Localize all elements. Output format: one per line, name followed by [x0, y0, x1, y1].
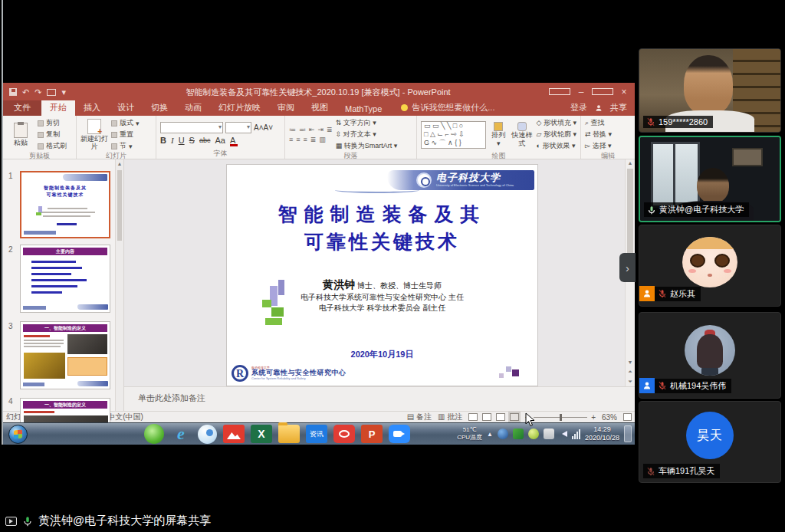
red-app-icon[interactable]: [333, 425, 355, 443]
browser-360-icon[interactable]: [144, 424, 164, 444]
cut-button[interactable]: 剪切: [38, 118, 67, 128]
slide-canvas[interactable]: 电子科技大学 University of Electronic Science …: [227, 165, 537, 386]
participant-video-1[interactable]: 159*****2860: [639, 48, 781, 133]
shape-fill-button[interactable]: ◇ 形状填充 ▾: [537, 118, 576, 128]
tab-design[interactable]: 设计: [109, 100, 143, 116]
scrollbar-thumb[interactable]: [117, 170, 122, 241]
tab-review[interactable]: 审阅: [269, 100, 303, 116]
volume-icon[interactable]: [559, 431, 567, 437]
find-button[interactable]: ⌕ 查找: [585, 118, 612, 128]
zoom-slider[interactable]: − +: [525, 413, 596, 422]
start-button[interactable]: [8, 425, 28, 444]
slideshow-icon[interactable]: [47, 89, 56, 96]
tray-icon-1[interactable]: [498, 429, 508, 439]
thumbnail-scrollbar[interactable]: ▲: [115, 159, 123, 411]
normal-view-button[interactable]: [468, 413, 478, 421]
tray-notes-icon[interactable]: [544, 429, 554, 439]
show-desktop-button[interactable]: [624, 425, 632, 442]
slide-sorter-view-button[interactable]: [482, 413, 491, 421]
convert-smartart-button[interactable]: ▦ 转换为SmartArt ▾: [336, 141, 398, 151]
internet-explorer-icon[interactable]: e: [170, 425, 192, 443]
scroll-down-arrow[interactable]: ▼: [628, 360, 633, 365]
sign-in-button[interactable]: 登录: [570, 102, 587, 113]
strikethrough-button[interactable]: S: [189, 136, 195, 145]
powerpoint-taskbar-icon[interactable]: P: [361, 425, 383, 443]
tray-icon-3[interactable]: [528, 429, 539, 439]
arrange-button[interactable]: 排列▾: [489, 122, 507, 147]
participant-video-3[interactable]: 赵乐其: [639, 225, 781, 307]
language-indicator[interactable]: 中文(中国): [107, 412, 143, 422]
replace-button[interactable]: ⇄ 替换 ▾: [585, 130, 612, 140]
slideshow-view-button[interactable]: [510, 413, 519, 421]
new-slide-button[interactable]: 新建幻灯片: [80, 119, 108, 151]
restore-icon[interactable]: [592, 83, 613, 101]
participant-video-2-active-speaker[interactable]: 黄洪钟@电子科技大学: [639, 136, 781, 222]
browser-moon-icon[interactable]: [198, 425, 217, 444]
minimize-icon[interactable]: –: [570, 83, 592, 101]
font-name-combobox[interactable]: [160, 122, 223, 133]
font-size-combobox[interactable]: [225, 122, 251, 133]
zoom-knob[interactable]: [560, 414, 562, 421]
tray-expand-icon[interactable]: ▲: [487, 431, 493, 438]
fit-slide-to-window-button[interactable]: [623, 413, 632, 421]
tab-insert[interactable]: 插入: [75, 100, 109, 116]
format-painter-button[interactable]: 格式刷: [38, 141, 67, 151]
previous-slide-button[interactable]: ⏶: [628, 369, 632, 375]
redo-icon[interactable]: ↷: [34, 88, 41, 97]
image-viewer-icon[interactable]: [223, 425, 245, 443]
participant-video-5[interactable]: 昊天 车辆191孔昊天: [639, 401, 781, 483]
zoom-in-icon[interactable]: +: [591, 413, 596, 422]
clear-formatting-button[interactable]: abc: [199, 136, 211, 144]
next-slide-button[interactable]: ⏷: [628, 379, 632, 385]
list-indent-icons[interactable]: ≔≕⇤⇥≣: [289, 126, 333, 133]
notes-toggle-button[interactable]: ▤ 备注: [407, 412, 432, 422]
taskbar-clock[interactable]: 14:29 2020/10/28: [585, 425, 619, 443]
copy-button[interactable]: 复制: [38, 130, 67, 140]
tab-transitions[interactable]: 切换: [143, 100, 176, 116]
shape-effects-button[interactable]: ◐ 形状效果 ▾: [537, 141, 576, 151]
section-button[interactable]: 节 ▾: [111, 141, 140, 151]
sidebar-collapse-handle[interactable]: ›: [619, 253, 636, 282]
zoom-percentage[interactable]: 63%: [602, 413, 617, 422]
italic-button[interactable]: I: [171, 136, 174, 145]
quick-styles-button[interactable]: 快速样式: [511, 122, 533, 147]
undo-icon[interactable]: ↶: [22, 88, 29, 97]
scroll-up-arrow[interactable]: ▲: [626, 160, 635, 166]
save-icon[interactable]: [9, 88, 17, 96]
bold-button[interactable]: B: [160, 136, 166, 145]
tab-home[interactable]: 开始: [41, 100, 75, 116]
close-icon[interactable]: ×: [613, 83, 635, 101]
underline-button[interactable]: U: [179, 136, 185, 145]
notes-pane[interactable]: 单击此处添加备注: [124, 386, 635, 411]
font-color-button[interactable]: A: [230, 136, 235, 145]
file-explorer-icon[interactable]: [278, 425, 300, 443]
slide-thumbnail-3[interactable]: 一、智能制造的定义: [20, 321, 110, 389]
participant-video-4[interactable]: 机械194吴伟伟: [639, 312, 781, 399]
qat-customize-icon[interactable]: ▾: [61, 88, 66, 97]
tab-slideshow[interactable]: 幻灯片放映: [210, 100, 269, 116]
scroll-up-arrow[interactable]: ▲: [116, 159, 123, 168]
align-text-button[interactable]: ⇳ 对齐文本 ▾: [336, 130, 398, 140]
reading-view-button[interactable]: [496, 413, 505, 421]
tray-icon-2[interactable]: [513, 429, 524, 439]
tab-view[interactable]: 视图: [303, 100, 337, 116]
excel-icon[interactable]: X: [251, 425, 272, 443]
text-direction-button[interactable]: ⇅ 文字方向 ▾: [336, 118, 398, 128]
grow-shrink-font-icons[interactable]: A˄A˅: [254, 123, 273, 132]
ribbon-display-options-icon[interactable]: [549, 83, 570, 101]
slide-thumbnail-1[interactable]: 智能制造装备及其可靠性关键技术: [20, 171, 110, 238]
tab-animations[interactable]: 动画: [176, 100, 210, 116]
news-app-icon[interactable]: 资讯: [306, 425, 327, 443]
shapes-gallery[interactable]: ▭ ▭ ╲ ╲ □ ○ □ △ ⌙ ⌐ ⇨ ⇩ G ∿ ⌒ ∧ { }: [421, 121, 486, 149]
tencent-meeting-icon[interactable]: [389, 425, 410, 443]
tab-file[interactable]: 文件: [3, 100, 41, 116]
slide-thumbnail-2[interactable]: 主要内容: [20, 245, 110, 313]
tab-mathtype[interactable]: MathType: [337, 103, 390, 116]
alignment-icons[interactable]: ≡≡≡≣▥: [289, 136, 333, 143]
scrollbar-thumb[interactable]: [627, 169, 633, 253]
comments-toggle-button[interactable]: ▥ 批注: [438, 412, 462, 422]
share-button[interactable]: 共享: [610, 102, 627, 113]
change-case-button[interactable]: Aa: [215, 136, 225, 145]
select-button[interactable]: ▻ 选择 ▾: [585, 141, 612, 151]
tell-me-box[interactable]: 告诉我您想要做什么...: [401, 102, 494, 116]
